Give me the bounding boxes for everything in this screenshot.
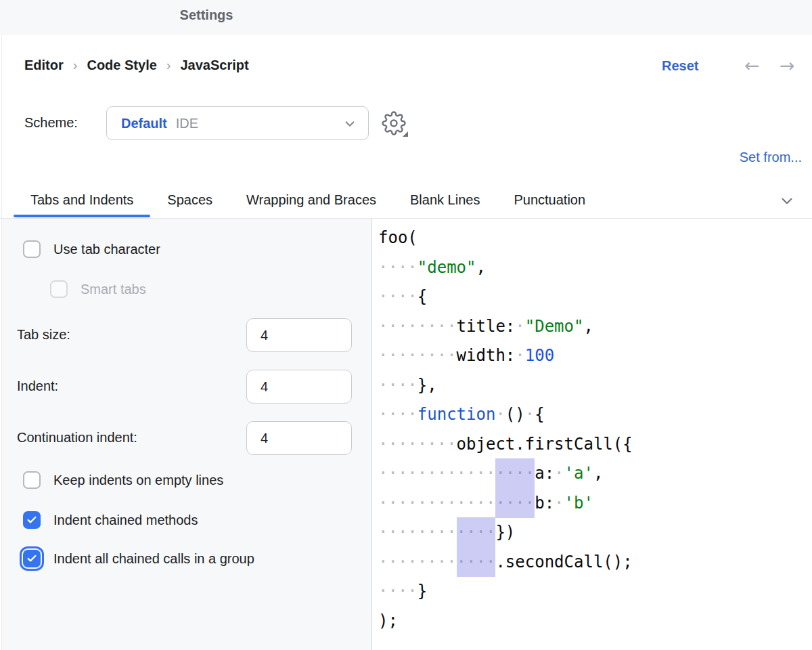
code-line: ····"demo", [378, 253, 812, 283]
settings-titlebar: Settings [0, 0, 812, 35]
code-line: ····}, [378, 371, 812, 401]
code-line: ····} [378, 577, 812, 607]
code-preview-panel: foo(····"demo",····{········title:·"Demo… [372, 219, 812, 650]
breadcrumb-item-editor[interactable]: Editor [24, 58, 64, 73]
keep-indents-label: Keep indents on empty lines [53, 473, 223, 488]
tab-punctuation[interactable]: Punctuation [497, 186, 602, 217]
reset-link[interactable]: Reset [662, 58, 698, 74]
scheme-label: Scheme: [24, 115, 78, 131]
code-line: ····{ [378, 282, 812, 312]
checkbox-row-keep-indents[interactable]: Keep indents on empty lines [23, 471, 223, 489]
checkbox-row-smart-tabs: Smart tabs [50, 280, 146, 298]
breadcrumb-separator-icon: › [73, 58, 78, 73]
smart-tabs-checkbox [50, 280, 68, 298]
tab-tabs-and-indents[interactable]: Tabs and Indents [14, 186, 150, 217]
tab-wrapping-and-braces[interactable]: Wrapping and Braces [229, 186, 393, 217]
scheme-dropdown[interactable]: Default IDE [106, 106, 369, 140]
indent-all-chained-calls-checkbox[interactable] [23, 550, 41, 567]
breadcrumb-item-code-style[interactable]: Code Style [87, 58, 156, 73]
keep-indents-checkbox[interactable] [23, 471, 41, 489]
options-panel: Use tab character Smart tabs Tab size: I… [2, 219, 371, 650]
checkmark-icon [26, 553, 38, 564]
checkbox-row-indent-all-chained-calls[interactable]: Indent all chained calls in a group [23, 550, 254, 567]
smart-tabs-label: Smart tabs [81, 282, 146, 297]
set-from-link[interactable]: Set from... [740, 150, 802, 165]
code-line: ············.secondCall(); [378, 548, 812, 578]
gear-dropdown-triangle-icon [403, 131, 408, 137]
tab-size-label: Tab size: [17, 327, 70, 343]
checkmark-icon [26, 515, 38, 525]
forward-arrow-icon[interactable]: → [780, 56, 795, 74]
continuation-indent-input[interactable] [246, 421, 352, 455]
dialog-title: Settings [180, 7, 233, 23]
code-line: ····function·()·{ [378, 400, 812, 430]
indent-label: Indent: [17, 378, 58, 394]
indent-input[interactable] [246, 370, 352, 404]
code-preview: foo(····"demo",····{········title:·"Demo… [378, 223, 812, 636]
code-line: ················b:·'b' [378, 489, 812, 519]
breadcrumb-item-javascript[interactable]: JavaScript [180, 58, 248, 73]
checkbox-row-use-tab-character[interactable]: Use tab character [23, 240, 160, 258]
checkbox-row-indent-chained-methods[interactable]: Indent chained methods [23, 511, 198, 529]
chevron-down-icon [342, 116, 357, 134]
indent-chained-methods-label: Indent chained methods [53, 513, 198, 528]
back-arrow-icon[interactable]: ← [744, 56, 760, 74]
indent-chained-methods-checkbox[interactable] [23, 511, 41, 529]
code-line: ········object.firstCall({ [378, 430, 812, 460]
code-line: ················a:·'a', [378, 459, 812, 489]
use-tab-character-label: Use tab character [53, 242, 160, 257]
code-line: ········title:·"Demo", [378, 312, 812, 342]
code-line: foo( [378, 223, 812, 253]
scheme-selected-value: Default [121, 116, 167, 131]
code-style-tabbar: Tabs and Indents Spaces Wrapping and Bra… [14, 186, 602, 217]
scheme-scope: IDE [176, 116, 198, 131]
tab-spaces[interactable]: Spaces [150, 186, 229, 217]
scheme-settings-gear-button[interactable] [379, 108, 410, 139]
tab-size-input[interactable] [246, 318, 352, 352]
breadcrumb: Editor › Code Style › JavaScript [24, 58, 249, 73]
breadcrumb-separator-icon: › [166, 58, 171, 73]
tab-blank-lines[interactable]: Blank Lines [393, 186, 497, 217]
continuation-indent-label: Continuation indent: [17, 430, 137, 446]
indent-all-chained-calls-label: Indent all chained calls in a group [53, 551, 254, 567]
code-line: ········width:·100 [378, 341, 812, 371]
code-line: ); [378, 607, 812, 636]
code-line: ············}) [378, 518, 812, 548]
use-tab-character-checkbox[interactable] [23, 240, 41, 258]
tab-overflow-chevron-icon[interactable] [778, 192, 796, 213]
